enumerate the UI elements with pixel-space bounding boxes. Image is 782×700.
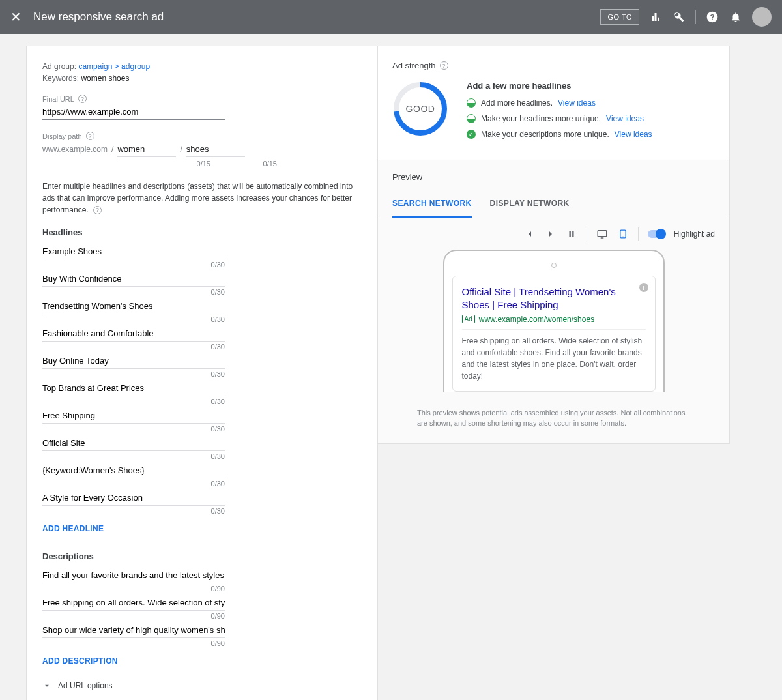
bar-chart-icon[interactable] xyxy=(648,10,663,24)
ad-strength-card: Ad strength ? GOOD Add a few more headli… xyxy=(378,46,730,160)
rec-text: Make your headlines more unique. xyxy=(481,114,601,123)
headline-input-1[interactable] xyxy=(42,271,225,287)
path2-input[interactable] xyxy=(186,141,245,157)
tab-display-network[interactable]: DISPLAY NETWORK xyxy=(490,191,570,218)
mobile-icon[interactable] xyxy=(617,228,629,240)
description-count: 0/90 xyxy=(42,585,225,592)
headline-count: 0/30 xyxy=(42,343,225,351)
headline-count: 0/30 xyxy=(42,288,225,296)
add-headline-button[interactable]: ADD HEADLINE xyxy=(42,524,104,533)
headline-input-3[interactable] xyxy=(42,326,225,342)
displaypath-base: www.example.com xyxy=(42,145,108,154)
info-icon[interactable]: i xyxy=(639,283,648,292)
next-icon[interactable] xyxy=(545,228,557,240)
ad-description: Free shipping on all orders. Wide select… xyxy=(462,335,646,382)
svg-rect-1 xyxy=(655,13,657,21)
help-icon[interactable]: ? xyxy=(93,206,102,214)
adgroup-row: Ad group: campaign > adgroup xyxy=(42,62,362,71)
phone-mockup: i Official Site | Trendsetting Women's S… xyxy=(443,250,665,392)
add-description-button[interactable]: ADD DESCRIPTION xyxy=(42,656,118,665)
description-input-2[interactable] xyxy=(42,622,225,638)
divider xyxy=(695,10,696,24)
wrench-icon[interactable] xyxy=(672,10,686,24)
view-ideas-link[interactable]: View ideas xyxy=(615,130,652,139)
preview-note: This preview shows potential ads assembl… xyxy=(378,401,729,443)
description-count: 0/90 xyxy=(42,612,225,620)
svg-rect-10 xyxy=(600,237,603,239)
highlight-toggle[interactable] xyxy=(648,230,665,238)
description-count: 0/90 xyxy=(42,639,225,647)
divider xyxy=(462,329,646,330)
preview-heading: Preview xyxy=(378,160,729,182)
divider xyxy=(638,227,639,241)
ad-url: www.example.com/women/shoes xyxy=(479,315,594,324)
svg-rect-2 xyxy=(658,18,659,21)
adgroup-label: Ad group: xyxy=(42,62,76,71)
headline-input-0[interactable] xyxy=(42,244,225,259)
headline-input-7[interactable] xyxy=(42,435,225,451)
desktop-icon[interactable] xyxy=(596,228,608,240)
goto-button[interactable]: GO TO xyxy=(600,9,639,25)
headline-input-6[interactable] xyxy=(42,408,225,424)
finalurl-input[interactable] xyxy=(42,104,225,120)
strength-gauge: GOOD xyxy=(392,81,448,137)
headline-count: 0/30 xyxy=(42,452,225,460)
headline-count: 0/30 xyxy=(42,370,225,378)
help-icon[interactable]: ? xyxy=(78,95,87,103)
rec-status-icon xyxy=(467,114,476,123)
adgroup-link[interactable]: adgroup xyxy=(121,62,150,71)
avatar[interactable] xyxy=(752,7,772,27)
svg-rect-0 xyxy=(652,16,654,22)
headlines-heading: Headlines xyxy=(42,227,362,237)
path1-count: 0/15 xyxy=(148,160,210,168)
page-title: New responsive search ad xyxy=(33,10,600,23)
url-options-expander[interactable]: Ad URL options xyxy=(42,681,362,690)
headline-input-9[interactable] xyxy=(42,490,225,506)
editor-panel: Ad group: campaign > adgroup Keywords: w… xyxy=(26,46,378,700)
prev-icon[interactable] xyxy=(524,228,536,240)
explain-text: Enter multiple headlines and description… xyxy=(42,181,362,216)
headline-count: 0/30 xyxy=(42,398,225,405)
finalurl-label: Final URL ? xyxy=(42,95,362,103)
rec-text: Add more headlines. xyxy=(481,98,553,108)
phone-speaker-icon xyxy=(551,263,557,268)
url-options-label: Ad URL options xyxy=(58,681,113,690)
svg-rect-9 xyxy=(598,231,607,237)
close-icon[interactable]: ✕ xyxy=(10,9,22,25)
campaign-link[interactable]: campaign xyxy=(78,62,112,71)
highlight-label: Highlight ad xyxy=(674,229,715,239)
headline-input-4[interactable] xyxy=(42,353,225,369)
svg-rect-7 xyxy=(569,231,570,237)
headline-count: 0/30 xyxy=(42,261,225,269)
breadcrumb-sep: > xyxy=(115,62,121,71)
divider xyxy=(586,227,587,241)
help-icon[interactable]: ? xyxy=(705,10,719,24)
recs-heading: Add a few more headlines xyxy=(467,81,652,91)
description-input-0[interactable] xyxy=(42,568,225,583)
ad-preview: i Official Site | Trendsetting Women's S… xyxy=(452,276,656,392)
bell-icon[interactable] xyxy=(729,10,743,24)
preview-card: Preview SEARCH NETWORK DISPLAY NETWORK H… xyxy=(378,160,730,444)
tab-search-network[interactable]: SEARCH NETWORK xyxy=(392,191,472,218)
headline-input-5[interactable] xyxy=(42,381,225,396)
path1-input[interactable] xyxy=(117,141,176,157)
headline-input-8[interactable] xyxy=(42,463,225,478)
keywords-row: Keywords: women shoes xyxy=(42,74,362,83)
displaypath-label: Display path ? xyxy=(42,132,362,140)
view-ideas-link[interactable]: View ideas xyxy=(558,98,596,108)
keywords-label: Keywords: xyxy=(42,74,79,83)
headline-count: 0/30 xyxy=(42,315,225,323)
description-input-1[interactable] xyxy=(42,595,225,611)
headline-count: 0/30 xyxy=(42,425,225,433)
help-icon[interactable]: ? xyxy=(86,132,94,140)
rec-text: Make your descriptions more unique. xyxy=(481,130,609,139)
help-icon[interactable]: ? xyxy=(440,61,448,70)
pause-icon[interactable] xyxy=(566,228,577,240)
path2-count: 0/15 xyxy=(214,160,277,168)
strength-rating: GOOD xyxy=(392,81,448,137)
svg-rect-8 xyxy=(572,231,573,237)
headline-input-2[interactable] xyxy=(42,299,225,314)
svg-text:?: ? xyxy=(710,12,714,21)
ad-badge: Ad xyxy=(462,315,475,323)
view-ideas-link[interactable]: View ideas xyxy=(606,114,644,123)
